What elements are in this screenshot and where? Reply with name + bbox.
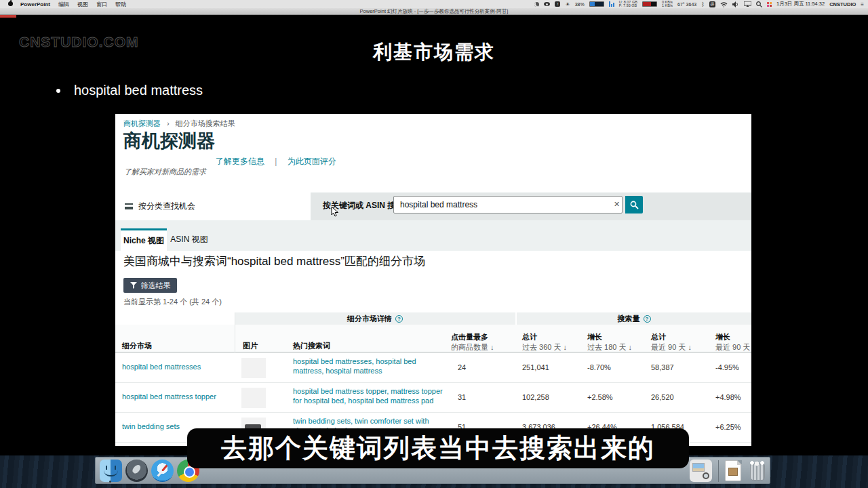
sort-down-icon[interactable]: ↓ (629, 343, 633, 351)
safari-icon[interactable] (151, 460, 174, 482)
page-subtitle: 了解买家对新商品的需求 (124, 167, 206, 177)
col-niche: 细分市场 (122, 341, 152, 351)
table-row: hospital bed mattresses hospital bed mat… (115, 352, 751, 382)
growth-180-value: +2.58% (587, 393, 613, 401)
browse-by-category-toggle[interactable]: 按分类查找机会 (125, 201, 195, 212)
menu-edit[interactable]: 编辑 (58, 1, 69, 8)
macos-menu-bar: PowerPoint 编辑 视图 窗口 帮助 ! ☀ 38% U: 8.07 G… (0, 0, 868, 8)
bluetooth-icon[interactable]: ᛒ (701, 1, 705, 7)
results-heading: 美国商城中与搜索词“hospital bed mattress”匹配的细分市场 (123, 253, 425, 269)
browse-by-category-label: 按分类查找机会 (138, 201, 195, 212)
running-indicator (109, 481, 111, 483)
volume-icon[interactable] (732, 1, 739, 7)
memory-readout: U: 8.07 GBF: 7.93 GB (619, 1, 637, 8)
downloads-document-icon[interactable] (722, 460, 745, 482)
disk-meter[interactable] (642, 1, 657, 7)
results-count: 当前显示第 1-24 个 (共 24 个) (123, 297, 222, 307)
keywords-links[interactable]: hospital bed mattress topper, mattress t… (293, 386, 448, 406)
page-title-links: 了解更多信息 | 为此页面评分 (216, 156, 336, 167)
col-growth-90[interactable]: 增长最近 90 天 (715, 332, 750, 352)
col-keywords: 热门搜索词 (293, 341, 330, 351)
mouse-cursor (331, 206, 339, 217)
dock-divider (718, 460, 719, 482)
menu-username[interactable]: CNSTUDIO (829, 1, 856, 7)
magnifier-icon (630, 201, 639, 209)
sort-down-icon[interactable]: ↓ (490, 343, 494, 351)
menu-window[interactable]: 窗口 (96, 1, 107, 8)
table-header-row: 细分市场 图片 热门搜索词 点击量最多的商品数量 ↓ 总计过去 360 天 ↓ … (115, 325, 751, 352)
page-title: 商机探测器 (123, 129, 215, 153)
help-icon[interactable]: ? (644, 315, 651, 323)
bullet-text: hospital bed mattress (74, 83, 203, 98)
network-readout: 0 KB/s1 KB/s (662, 1, 673, 8)
bullet-dot (56, 89, 60, 93)
slide-canvas: CNSTUDIO.COM 利基市场需求 hospital bed mattres… (0, 15, 868, 488)
breadcrumb: 商机探测器 › 细分市场搜索结果 (123, 119, 235, 129)
products-count: 24 (458, 363, 466, 371)
total-90-value: 58,387 (651, 363, 674, 371)
growth-90-value: -4.95% (715, 363, 739, 371)
tab-asin-view[interactable]: ASIN 视图 (167, 228, 212, 251)
growth-90-value: +6.25% (715, 423, 741, 431)
search-input[interactable] (393, 196, 623, 214)
brightness-icon[interactable]: ☀ (565, 1, 570, 7)
sort-down-icon[interactable]: ↓ (564, 343, 568, 351)
col-total-90[interactable]: 总计最近 90 天 ↓ (651, 332, 692, 352)
keywords-links[interactable]: hospital bed mattresses, hospital bed ma… (293, 357, 448, 376)
menu-help[interactable]: 帮助 (115, 1, 126, 8)
breadcrumb-link-explorer[interactable]: 商机探测器 (123, 119, 161, 127)
growth-180-value: -8.70% (587, 363, 611, 371)
col-total-360[interactable]: 总计过去 360 天 ↓ (522, 332, 567, 352)
input-source-icon[interactable]: 拼 (709, 1, 715, 7)
group-header-search-volume: 搜索量? (517, 312, 751, 325)
products-count: 31 (458, 393, 466, 401)
filter-results-button[interactable]: 筛选结果 (123, 278, 177, 293)
learn-more-link[interactable]: 了解更多信息 (216, 157, 264, 166)
slide-title: 利基市场需求 (0, 39, 868, 65)
help-icon[interactable]: ? (395, 315, 403, 323)
niche-link[interactable]: hospital bed mattresses (122, 363, 201, 371)
eye-icon[interactable] (544, 2, 550, 6)
apple-menu-icon[interactable] (8, 1, 14, 7)
product-thumbnail (241, 388, 266, 408)
clear-search-icon[interactable]: ✕ (614, 200, 620, 209)
niche-link[interactable]: hospital bed mattress topper (122, 392, 216, 401)
finder-icon[interactable] (100, 460, 122, 482)
niche-link[interactable]: twin bedding sets (122, 422, 180, 430)
col-growth-180[interactable]: 增长过去 180 天 ↓ (587, 332, 632, 352)
menu-powerpoint[interactable]: PowerPoint (20, 1, 50, 7)
col-top-clicked-products[interactable]: 点击量最多的商品数量 ↓ (451, 332, 494, 352)
moon-icon[interactable] (534, 2, 539, 7)
video-subtitle: 去那个关键词列表当中去搜索出来的 (187, 428, 689, 468)
amazon-opportunity-explorer-screenshot: 商机探测器 › 细分市场搜索结果 商机探测器 了解更多信息 | 为此页面评分 了… (115, 114, 751, 446)
trash-icon[interactable] (747, 460, 769, 482)
app-grid-icon[interactable] (767, 2, 772, 7)
window-title-bar: PowerPoint 幻灯片放映 - [一步一步教你选品可行性分析案例-阿甘] (0, 8, 868, 15)
total-360-value: 251,041 (522, 363, 549, 371)
sort-down-icon[interactable]: ↓ (688, 343, 692, 351)
notification-icon[interactable]: ! (555, 1, 560, 7)
list-menu-icon[interactable]: ≡ (861, 1, 864, 7)
growth-90-value: +4.98% (715, 393, 741, 401)
breadcrumb-separator: › (167, 119, 170, 127)
search-button[interactable] (625, 196, 643, 214)
preview-icon[interactable] (690, 460, 712, 482)
rate-page-link[interactable]: 为此页面评分 (288, 157, 336, 166)
col-image: 图片 (243, 341, 258, 351)
cpu-meter[interactable] (609, 1, 614, 7)
menu-clock[interactable]: 1月3日 周五 11:54:32 (776, 1, 825, 7)
bullet-item: hospital bed mattress (56, 83, 203, 98)
tab-niche-view[interactable]: Niche 视图 (121, 228, 167, 251)
spotlight-icon[interactable] (756, 1, 762, 7)
product-thumbnail (241, 358, 266, 378)
battery-meter[interactable] (589, 1, 604, 7)
desktop: PowerPoint 编辑 视图 窗口 帮助 ! ☀ 38% U: 8.07 G… (0, 0, 868, 488)
launchpad-icon[interactable] (125, 460, 148, 482)
breadcrumb-current: 细分市场搜索结果 (176, 119, 235, 127)
menu-view[interactable]: 视图 (77, 1, 88, 8)
battery-percent: 38% (575, 2, 585, 7)
total-90-value: 26,520 (651, 393, 674, 401)
airplay-icon[interactable] (744, 1, 751, 7)
wifi-icon[interactable] (720, 1, 728, 7)
presenter-toolbar-fragment (0, 15, 16, 18)
